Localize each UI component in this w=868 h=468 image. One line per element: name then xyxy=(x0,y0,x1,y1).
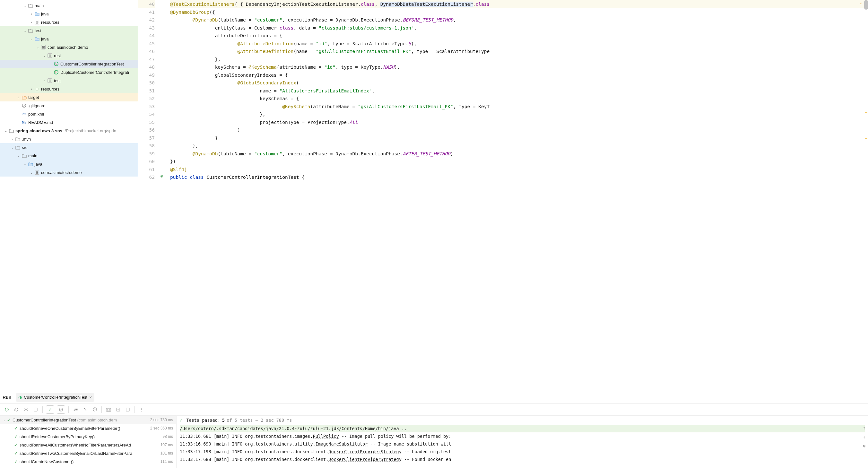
tree-item[interactable]: ⌄java xyxy=(0,160,138,168)
console-line[interactable]: 11:33:16.681 [main] INFO org.testcontain… xyxy=(180,432,865,440)
code-line[interactable]: }, xyxy=(170,56,868,64)
run-gutter-icon[interactable]: ◉ xyxy=(160,173,170,181)
chevron-icon[interactable]: ⌄ xyxy=(23,162,28,166)
tree-item[interactable]: ›⊞resources xyxy=(0,18,138,26)
code-line[interactable]: keySchemas = { xyxy=(170,95,868,103)
chevron-icon[interactable]: › xyxy=(29,87,34,91)
tree-item[interactable]: ⌄⊞com.asimiotech.demo xyxy=(0,168,138,177)
more-icon[interactable]: ⋮ xyxy=(138,406,145,413)
test-row[interactable]: ✓shouldRetrieveCustomerByPrimaryKey()98 … xyxy=(0,432,176,441)
tree-item[interactable]: ›.mvn xyxy=(0,135,138,143)
test-row[interactable]: ✓shouldCreateNewCustomer()111 ms xyxy=(0,458,176,466)
code-line[interactable]: }) xyxy=(170,158,868,166)
expand-icon[interactable]: ⤡ xyxy=(82,406,89,413)
rerun-failed-icon[interactable] xyxy=(13,406,20,413)
code-line[interactable]: ) xyxy=(170,126,868,134)
tree-item[interactable]: ⌄java xyxy=(0,35,138,43)
test-duration: 2 sec 780 ms xyxy=(150,417,176,422)
code-line[interactable]: globalSecondaryIndexes = { xyxy=(170,71,868,79)
tree-item[interactable]: M↓README.md xyxy=(0,118,138,126)
test-row[interactable]: ⌄✓CustomerControllerIntegrationTest (com… xyxy=(0,416,176,424)
tree-item[interactable]: ⌄src xyxy=(0,143,138,152)
chevron-icon[interactable]: ⌄ xyxy=(10,146,15,149)
console-line[interactable]: 11:33:16.690 [main] INFO org.testcontain… xyxy=(180,440,865,448)
code-line[interactable]: attributeDefinitions = { xyxy=(170,32,868,40)
code-line[interactable]: @AttributeDefinition(name = "gsiAllCusto… xyxy=(170,48,868,56)
warning-stripe[interactable] xyxy=(865,138,867,139)
project-tree[interactable]: ⌄main›java›⊞resources⌄test⌄java⌄⊞com.asi… xyxy=(0,0,138,391)
chevron-icon[interactable]: ⌄ xyxy=(16,154,21,158)
test-results-tree[interactable]: ⌄✓CustomerControllerIntegrationTest (com… xyxy=(0,416,177,468)
code-line[interactable]: @GlobalSecondaryIndex( xyxy=(170,79,868,87)
code-line[interactable]: @KeySchema(attributeName = "gsiAllCustom… xyxy=(170,103,868,111)
tree-item[interactable]: ›⊞resources xyxy=(0,85,138,93)
code-line[interactable]: entityClass = Customer.class, data = "cl… xyxy=(170,24,868,32)
chevron-icon[interactable]: ⌄ xyxy=(42,54,47,58)
soft-wrap-icon[interactable]: ⇆ xyxy=(863,443,865,448)
code-line[interactable]: name = "AllCustomersFirstLastEmailIndex"… xyxy=(170,87,868,95)
code-line[interactable]: @DynamoDbGroup({ xyxy=(170,8,868,17)
code-line[interactable]: public class CustomerControllerIntegrati… xyxy=(170,173,868,181)
chevron-icon[interactable]: ⌄ xyxy=(29,171,34,174)
tree-item[interactable]: ›java xyxy=(0,10,138,18)
scroll-up-icon[interactable]: ↑ xyxy=(863,425,865,431)
console-line[interactable]: 11:33:17.198 [main] INFO org.testcontain… xyxy=(180,448,865,456)
code-line[interactable]: } xyxy=(170,134,868,142)
tree-item[interactable]: ↻DuplicateCustomerControllerIntegrati xyxy=(0,68,138,76)
code-line[interactable]: @AttributeDefinition(name = "id", type =… xyxy=(170,40,868,48)
tree-item[interactable]: ⌄main xyxy=(0,152,138,160)
chevron-icon[interactable]: ⌄ xyxy=(23,4,28,7)
code-line[interactable]: @DynamoDb(tableName = "customer", execut… xyxy=(170,16,868,24)
chevron-icon[interactable]: › xyxy=(29,21,34,24)
run-tool-label[interactable]: Run xyxy=(3,395,11,400)
chevron-icon[interactable]: › xyxy=(16,96,21,99)
chevron-icon[interactable]: › xyxy=(42,79,47,83)
code-line[interactable]: projectionType = ProjectionType.ALL xyxy=(170,119,868,126)
chevron-icon[interactable]: ⌄ xyxy=(29,37,34,41)
chevron-icon[interactable]: ⌄ xyxy=(23,29,28,32)
test-row[interactable]: ✓shouldRetrieveOneCustomerByEmailFilterP… xyxy=(0,424,176,432)
code-editor[interactable]: 4041424344454647484950515253545556575859… xyxy=(138,0,868,391)
code-line[interactable]: @Slf4j xyxy=(170,166,868,174)
scroll-down-icon[interactable]: ↓ xyxy=(863,434,865,439)
code-line[interactable]: keySchema = @KeySchema(attributeName = "… xyxy=(170,63,868,71)
tree-item[interactable]: ›⊞test xyxy=(0,76,138,85)
camera-icon[interactable] xyxy=(105,406,112,413)
warning-badge[interactable]: ⚠︎ xyxy=(860,1,862,5)
console-line[interactable]: /Users/ootero/.sdkman/candidates/java/21… xyxy=(180,425,865,432)
console-line[interactable]: 11:33:17.688 [main] INFO org.testcontain… xyxy=(180,456,865,463)
tree-item[interactable]: ⌄spring-cloud-aws-3-sns ~/Projects/bitbu… xyxy=(0,126,138,135)
tree-item[interactable]: ›target xyxy=(0,93,138,101)
code-line[interactable]: @DynamoDb(tableName = "customer", execut… xyxy=(170,150,868,158)
history-icon[interactable] xyxy=(91,406,98,413)
test-row[interactable]: ✓shouldRetrieveAllCustomersWhenNoFilterP… xyxy=(0,441,176,449)
show-ignored-icon[interactable] xyxy=(57,405,65,414)
show-passed-icon[interactable]: ✓ xyxy=(46,405,54,414)
sort-icon[interactable]: ↓≡ xyxy=(72,406,79,413)
tree-item[interactable]: ⌄main xyxy=(0,1,138,10)
vertical-scrollbar[interactable] xyxy=(864,0,868,10)
chevron-icon[interactable]: › xyxy=(29,12,34,16)
tree-item[interactable]: ⌄test xyxy=(0,26,138,35)
tree-item[interactable]: ⌄⊞com.asimiotech.demo xyxy=(0,43,138,51)
test-console[interactable]: ✓ Tests passed: 5 of 5 tests – 2 sec 780… xyxy=(177,416,868,468)
warning-stripe[interactable] xyxy=(865,112,867,113)
tree-item[interactable]: mpom.xml xyxy=(0,110,138,118)
chevron-icon[interactable]: ⌄ xyxy=(35,45,40,49)
tree-item[interactable]: ⌄⊞rest xyxy=(0,51,138,60)
rerun-icon[interactable] xyxy=(3,406,10,413)
tree-item[interactable]: ↻CustomerControllerIntegrationTest xyxy=(0,60,138,68)
chevron-icon[interactable]: ⌄ xyxy=(3,129,8,132)
stop-icon[interactable] xyxy=(32,406,39,413)
export-icon[interactable] xyxy=(124,406,131,413)
chevron-icon[interactable]: › xyxy=(10,137,15,141)
code-line[interactable]: ), xyxy=(170,142,868,150)
import-icon[interactable] xyxy=(115,406,122,413)
code-line[interactable]: }, xyxy=(170,111,868,119)
tree-item[interactable]: .gitignore xyxy=(0,101,138,110)
code-line[interactable]: @TestExecutionListeners( { DependencyInj… xyxy=(170,0,868,8)
run-config-tab[interactable]: ◑ CustomerControllerIntegrationTest × xyxy=(16,393,94,402)
test-row[interactable]: ✓shouldRetrieveTwoCustomersByEmailOrLast… xyxy=(0,449,176,458)
close-tab-icon[interactable]: × xyxy=(89,395,92,400)
toggle-auto-test-icon[interactable] xyxy=(23,406,30,413)
